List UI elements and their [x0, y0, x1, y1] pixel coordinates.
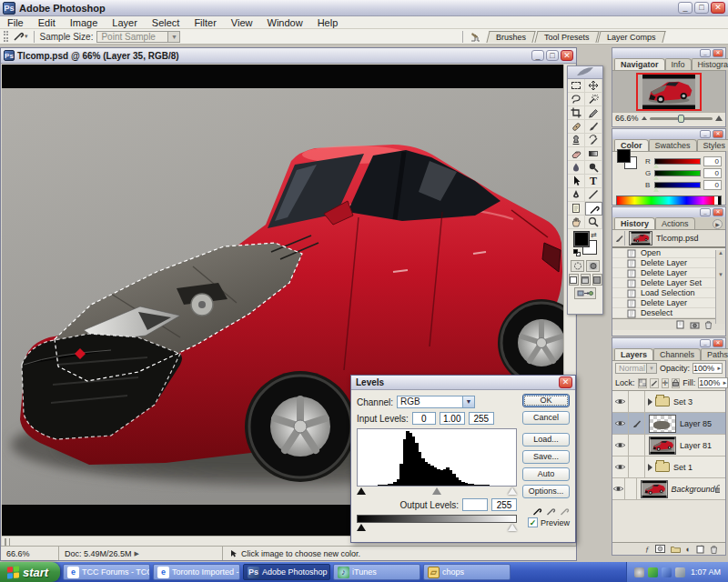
link-slot[interactable]: [629, 435, 645, 457]
delete-layer-trash-icon[interactable]: [710, 545, 718, 554]
layer-name[interactable]: Layer 85: [680, 419, 712, 428]
visibility-eye-icon[interactable]: [612, 478, 625, 500]
menu-filter[interactable]: Filter: [187, 17, 223, 28]
blue-slider-thumb[interactable]: [653, 187, 659, 192]
path-selection-tool-button[interactable]: [568, 175, 585, 188]
navigator-minimize-button[interactable]: _: [700, 49, 711, 57]
type-tool-button[interactable]: T: [585, 175, 602, 188]
blue-slider[interactable]: [654, 182, 701, 188]
tab-history[interactable]: History: [614, 217, 655, 229]
black-point-eyedropper-icon[interactable]: [532, 506, 542, 516]
input-gamma-field[interactable]: [440, 412, 465, 425]
app-maximize-button[interactable]: □: [694, 2, 709, 14]
link-slot[interactable]: [629, 391, 645, 413]
slice-tool-button[interactable]: [585, 106, 602, 120]
zoom-in-icon[interactable]: [715, 115, 723, 121]
quick-mask-mode-button[interactable]: [586, 260, 600, 272]
taskbar-task-adobe-photoshop[interactable]: Ps Adobe Photoshop: [243, 564, 330, 580]
swap-colors-icon[interactable]: ⇄: [591, 231, 597, 239]
cancel-button[interactable]: Cancel: [522, 411, 570, 425]
new-adjustment-layer-icon[interactable]: ◐: [686, 545, 691, 554]
menu-help[interactable]: Help: [310, 17, 346, 28]
color-fg-bg-swatches[interactable]: [617, 149, 641, 173]
tab-actions[interactable]: Actions: [655, 217, 695, 229]
layer-thumbnail[interactable]: [649, 436, 676, 455]
layer-name[interactable]: Set 3: [673, 397, 693, 406]
history-item[interactable]: Deselect: [612, 308, 725, 318]
palette-well-tab-brushes[interactable]: Brushes: [486, 31, 535, 43]
red-value-field[interactable]: 0: [703, 156, 722, 166]
lasso-tool-button[interactable]: [568, 93, 585, 106]
standard-mode-button[interactable]: [571, 260, 584, 272]
layer-row-layer81[interactable]: Layer 81: [612, 435, 725, 457]
history-snapshot-row[interactable]: Tlcomp.psd: [612, 230, 725, 248]
default-colors-icon[interactable]: [573, 249, 581, 256]
blend-mode-dropdown[interactable]: Normal▼: [615, 363, 657, 374]
lock-image-icon[interactable]: [650, 378, 659, 388]
visibility-eye-icon[interactable]: [612, 391, 629, 413]
layer-thumbnail[interactable]: [641, 480, 668, 498]
eyedropper-tool-button[interactable]: [585, 202, 602, 216]
layer-name[interactable]: Background: [672, 485, 715, 494]
input-highlight-field[interactable]: [469, 412, 494, 425]
navigator-zoom-value[interactable]: 66.6%: [615, 114, 639, 123]
highlight-slider-handle[interactable]: [508, 487, 517, 495]
preview-checkbox[interactable]: ✓ Preview: [528, 517, 570, 527]
edit-in-imageready-button[interactable]: [574, 287, 596, 299]
document-close-button[interactable]: ✕: [561, 50, 573, 61]
options-grip[interactable]: [4, 31, 8, 42]
tab-paths[interactable]: Paths: [701, 348, 728, 360]
lock-all-icon[interactable]: [672, 378, 680, 388]
navigator-preview-area[interactable]: [612, 71, 725, 112]
brush-tool-button[interactable]: [585, 120, 602, 134]
gray-point-eyedropper-icon[interactable]: [546, 506, 556, 516]
tab-swatches[interactable]: Swatches: [649, 139, 697, 151]
layer-row-layer85-selected[interactable]: Layer 85: [612, 413, 725, 435]
menu-select[interactable]: Select: [145, 17, 187, 28]
app-minimize-button[interactable]: _: [678, 2, 693, 14]
start-button[interactable]: start: [0, 562, 60, 582]
levels-close-button[interactable]: ✕: [559, 376, 572, 388]
red-slider-thumb[interactable]: [653, 164, 659, 168]
options-button[interactable]: Options...: [522, 485, 570, 498]
document-titlebar[interactable]: Ps Tlcomp.psd @ 66% (Layer 35, RGB/8) _ …: [1, 48, 576, 64]
color-close-button[interactable]: ✕: [713, 130, 723, 138]
history-brush-tool-button[interactable]: [585, 134, 602, 147]
blue-value-field[interactable]: 0: [703, 180, 722, 190]
tab-histogram[interactable]: Histogram: [692, 58, 728, 70]
taskbar-task-chops[interactable]: ▱ chops: [423, 564, 511, 580]
taskbar-task-tcc-forums[interactable]: e TCC Forums - TCC St...: [63, 564, 150, 580]
tab-styles[interactable]: Styles: [697, 139, 728, 151]
shadow-slider-handle[interactable]: [357, 487, 366, 495]
brush-file-icon[interactable]: [469, 31, 482, 43]
menu-window[interactable]: Window: [260, 17, 310, 28]
eyedropper-tool-preset-icon[interactable]: [12, 30, 25, 43]
taskbar-task-toronto-imported[interactable]: e Toronto Imported - P...: [153, 564, 240, 580]
history-item[interactable]: Open: [612, 248, 725, 258]
toolbox-header[interactable]: [568, 66, 602, 79]
input-shadow-field[interactable]: [412, 412, 436, 425]
output-shadow-handle[interactable]: [357, 524, 366, 531]
new-document-from-state-icon[interactable]: [676, 320, 685, 329]
menu-image[interactable]: Image: [63, 17, 106, 28]
status-zoom-field[interactable]: 66.6%: [1, 547, 59, 560]
layers-minimize-button[interactable]: _: [700, 339, 711, 347]
color-swatch-control[interactable]: ⇄: [571, 231, 599, 258]
group-expand-arrow-icon[interactable]: [648, 464, 652, 471]
color-minimize-button[interactable]: _: [700, 130, 711, 138]
navigator-palette-titlebar[interactable]: _ ✕: [612, 48, 725, 58]
delete-state-trash-icon[interactable]: [704, 320, 713, 329]
dodge-tool-button[interactable]: [585, 161, 602, 175]
fullscreen-mode-button[interactable]: [592, 274, 602, 286]
app-close-button[interactable]: ✕: [711, 2, 725, 14]
clone-stamp-tool-button[interactable]: [568, 134, 585, 147]
ok-button[interactable]: OK: [522, 394, 570, 407]
gradient-tool-button[interactable]: [585, 147, 602, 161]
line-tool-button[interactable]: [585, 188, 602, 202]
visibility-eye-icon[interactable]: [612, 413, 629, 435]
layer-thumbnail[interactable]: [649, 415, 676, 433]
menu-layer[interactable]: Layer: [105, 17, 145, 28]
history-item[interactable]: Delete Layer: [612, 298, 725, 308]
crop-tool-button[interactable]: [568, 106, 585, 120]
green-slider[interactable]: [654, 170, 701, 176]
